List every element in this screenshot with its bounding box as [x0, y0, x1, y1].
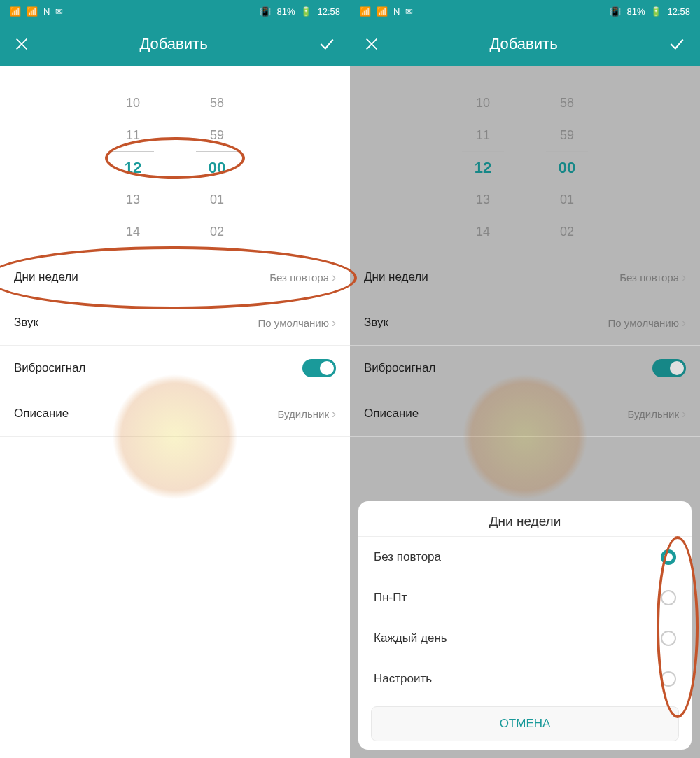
- status-time: 12:58: [667, 6, 690, 17]
- chevron-right-icon: ›: [682, 270, 686, 285]
- minute-option: 58: [560, 87, 574, 119]
- close-icon[interactable]: [14, 36, 29, 52]
- minute-option: 58: [210, 87, 224, 119]
- description-row: Описание Будильник ›: [350, 391, 700, 437]
- app-bar: Добавить: [0, 22, 350, 66]
- option-label: Настроить: [374, 672, 432, 686]
- minute-option: 01: [210, 183, 224, 216]
- confirm-icon[interactable]: [668, 35, 686, 53]
- close-icon[interactable]: [364, 36, 379, 52]
- page-title: Добавить: [489, 35, 557, 53]
- mail-icon: ✉: [55, 6, 63, 17]
- hour-option: 10: [126, 87, 140, 119]
- radio-button[interactable]: [661, 590, 676, 605]
- chevron-right-icon: ›: [332, 270, 336, 285]
- option-label: Каждый день: [374, 631, 447, 645]
- chevron-right-icon: ›: [682, 316, 686, 330]
- vibrate-row: Вибросигнал: [0, 346, 350, 391]
- minute-option: 59: [210, 119, 224, 151]
- minute-option: 02: [560, 216, 574, 248]
- days-label: Дни недели: [14, 270, 78, 284]
- radio-button[interactable]: [661, 631, 676, 646]
- days-row[interactable]: Дни недели Без повтора ›: [0, 255, 350, 300]
- vibrate-mode-icon: 📳: [260, 6, 271, 17]
- hour-option: 13: [476, 183, 490, 216]
- radio-button[interactable]: [661, 671, 676, 687]
- days-bottom-sheet: Дни недели Без повтора Пн-Пт Каждый день…: [358, 501, 692, 750]
- content-area: 10 11 12 13 14 58 59 00 01 02 Дни недели…: [0, 66, 350, 758]
- hour-option: 14: [476, 216, 490, 248]
- option-label: Пн-Пт: [374, 591, 407, 605]
- description-row[interactable]: Описание Будильник ›: [0, 391, 350, 437]
- vibrate-toggle[interactable]: [302, 359, 336, 377]
- hour-option: 11: [126, 119, 140, 151]
- vibrate-mode-icon: 📳: [610, 6, 621, 17]
- hour-selected: 12: [462, 151, 504, 183]
- sound-row[interactable]: Звук По умолчанию ›: [0, 300, 350, 346]
- status-time: 12:58: [317, 6, 340, 17]
- sound-value: По умолчанию: [608, 317, 679, 329]
- mail-icon: ✉: [405, 6, 413, 17]
- status-bar: 📶 📶 N ✉ 📳 81% 🔋 12:58: [350, 0, 700, 22]
- days-row: Дни недели Без повтора ›: [350, 255, 700, 300]
- description-label: Описание: [364, 407, 419, 421]
- battery-percent: 81%: [276, 6, 295, 17]
- minute-wheel: 58 59 00 01 02: [546, 87, 588, 248]
- phone-left: 📶 📶 N ✉ 📳 81% 🔋 12:58 Добавить 10 11 12: [0, 0, 350, 758]
- sound-row: Звук По умолчанию ›: [350, 300, 700, 346]
- vibrate-toggle: [652, 359, 686, 377]
- signal-icon: 📶: [10, 6, 21, 17]
- sheet-title: Дни недели: [358, 501, 692, 537]
- sound-value: По умолчанию: [258, 317, 329, 329]
- option-label: Без повтора: [374, 550, 441, 564]
- minute-selected: 00: [196, 151, 238, 183]
- chevron-right-icon: ›: [332, 316, 336, 330]
- time-picker: 10 11 12 13 14 58 59 00 01 02: [350, 66, 700, 255]
- description-value: Будильник: [278, 408, 329, 420]
- content-area: 10 11 12 13 14 58 59 00 01 02 Дни недели…: [350, 66, 700, 758]
- hour-wheel[interactable]: 10 11 12 13 14: [112, 87, 154, 248]
- nfc-icon: N: [393, 6, 400, 17]
- hour-option: 14: [126, 216, 140, 248]
- vibrate-label: Вибросигнал: [14, 361, 85, 375]
- time-picker[interactable]: 10 11 12 13 14 58 59 00 01 02: [0, 66, 350, 255]
- days-value: Без повтора: [270, 272, 329, 283]
- nfc-icon: N: [43, 6, 50, 17]
- days-label: Дни недели: [364, 270, 428, 284]
- confirm-icon[interactable]: [318, 35, 336, 53]
- chevron-right-icon: ›: [332, 407, 336, 421]
- radio-option-everyday[interactable]: Каждый день: [358, 618, 692, 659]
- battery-icon: 🔋: [300, 6, 312, 17]
- minute-option: 01: [560, 183, 574, 216]
- hour-option: 10: [476, 87, 490, 119]
- description-label: Описание: [14, 407, 69, 421]
- description-value: Будильник: [628, 408, 679, 420]
- days-value: Без повтора: [620, 272, 679, 283]
- vibrate-row: Вибросигнал: [350, 346, 700, 391]
- minute-selected: 00: [546, 151, 588, 183]
- signal-icon: 📶: [360, 6, 371, 17]
- hour-wheel: 10 11 12 13 14: [462, 87, 504, 248]
- radio-option-no-repeat[interactable]: Без повтора: [358, 537, 692, 577]
- page-title: Добавить: [139, 35, 207, 53]
- vibrate-label: Вибросигнал: [364, 361, 435, 375]
- status-bar: 📶 📶 N ✉ 📳 81% 🔋 12:58: [0, 0, 350, 22]
- radio-option-weekdays[interactable]: Пн-Пт: [358, 577, 692, 618]
- battery-icon: 🔋: [650, 6, 662, 17]
- hour-option: 13: [126, 183, 140, 216]
- app-bar: Добавить: [350, 22, 700, 66]
- radio-button[interactable]: [661, 549, 676, 565]
- sound-label: Звук: [14, 316, 38, 330]
- signal-icon-2: 📶: [377, 6, 388, 17]
- minute-wheel[interactable]: 58 59 00 01 02: [196, 87, 238, 248]
- phone-right: 📶 📶 N ✉ 📳 81% 🔋 12:58 Добавить 10 11 12: [350, 0, 700, 758]
- hour-selected: 12: [112, 151, 154, 183]
- cancel-button[interactable]: ОТМЕНА: [371, 706, 679, 741]
- minute-option: 59: [560, 119, 574, 151]
- minute-option: 02: [210, 216, 224, 248]
- battery-percent: 81%: [626, 6, 645, 17]
- chevron-right-icon: ›: [682, 407, 686, 421]
- radio-option-custom[interactable]: Настроить: [358, 659, 692, 699]
- sound-label: Звук: [364, 316, 388, 330]
- hour-option: 11: [476, 119, 490, 151]
